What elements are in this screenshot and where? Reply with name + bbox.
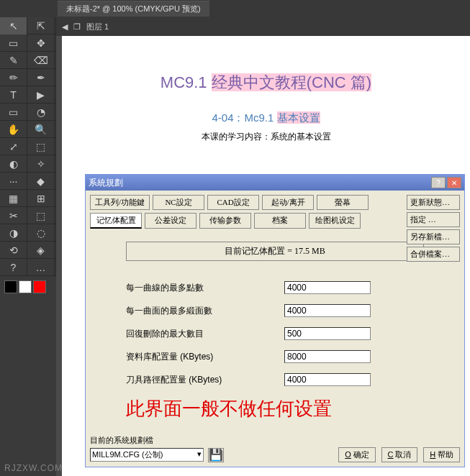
tool-7[interactable]: ✒ — [27, 69, 55, 86]
tab-螢幕[interactable]: 螢幕 — [317, 195, 369, 210]
tool-10[interactable]: ▭ — [0, 104, 27, 121]
tool-14[interactable]: ⤢ — [0, 138, 27, 155]
tool-12[interactable]: ✋ — [0, 121, 27, 138]
tab-工具列/功能鍵[interactable]: 工具列/功能鍵 — [90, 195, 150, 210]
side-button[interactable]: 指定 … — [407, 212, 460, 227]
page-subtitle: 4-04：Mc9.1 基本设置 — [62, 111, 470, 125]
save-icon[interactable]: 💾 — [208, 448, 224, 462]
tool-2[interactable]: ▭ — [0, 35, 27, 52]
swatch-red[interactable] — [33, 280, 46, 293]
tool-28[interactable]: ? — [0, 259, 27, 276]
tab-起动/离开[interactable]: 起动/离开 — [262, 195, 314, 210]
tool-25[interactable]: ◌ — [27, 224, 55, 242]
tools-panel: ↖⇱▭✥✎⌫✏✒T▶▭◔✋🔍⤢⬚◐✧···◆▦⊞✂⬚◑◌⟲◈?… — [0, 17, 56, 476]
chevron-down-icon: ▾ — [197, 449, 202, 460]
field-label: 刀具路徑配置量 (KBytes) — [126, 374, 284, 386]
tool-3[interactable]: ✥ — [27, 35, 55, 52]
tool-24[interactable]: ◑ — [0, 224, 27, 242]
tool-19[interactable]: ◆ — [27, 173, 55, 190]
help-button[interactable]: H 帮助 — [423, 447, 460, 462]
tool-17[interactable]: ✧ — [27, 155, 55, 173]
tool-5[interactable]: ⌫ — [27, 52, 55, 69]
field-label: 回復刪除的最大數目 — [126, 328, 284, 340]
tool-23[interactable]: ⬚ — [27, 207, 55, 224]
fields-group: 每一曲線的最多點數每一曲面的最多緞面數回復刪除的最大數目资料库配置量 (KByt… — [126, 281, 446, 386]
tab-group: 工具列/功能鍵NC設定CAD設定起动/离开螢幕记忆体配置公差设定传输参数档案绘图… — [90, 195, 385, 229]
tab-CAD設定[interactable]: CAD設定 — [207, 195, 259, 210]
color-swatches — [0, 276, 56, 298]
field-input[interactable] — [284, 327, 371, 340]
tab-NC設定[interactable]: NC設定 — [153, 195, 204, 210]
tab-记忆体配置[interactable]: 记忆体配置 — [90, 213, 142, 229]
layers-bar: ◀ ❐ 图层 1 — [56, 17, 470, 36]
tool-11[interactable]: ◔ — [27, 104, 55, 121]
cancel-button[interactable]: C 取消 — [381, 447, 418, 462]
tool-29[interactable]: … — [27, 259, 55, 276]
document-tab[interactable]: 未标题-2* @ 100% (CMYK/GPU 预览) — [58, 1, 209, 17]
swatch-white[interactable] — [19, 280, 32, 293]
ok-button[interactable]: O 确定 — [338, 447, 375, 462]
chevron-left-icon[interactable]: ◀ — [62, 22, 68, 32]
tool-16[interactable]: ◐ — [0, 155, 27, 173]
swatch-black[interactable] — [4, 280, 17, 293]
tab-绘图机设定[interactable]: 绘图机设定 — [309, 213, 361, 229]
field-label: 资料库配置量 (KBytes) — [126, 351, 284, 363]
help-icon[interactable]: ? — [431, 177, 446, 188]
tool-8[interactable]: T — [0, 86, 27, 104]
tool-9[interactable]: ▶ — [27, 86, 55, 104]
warning-note: 此界面一般不做任何设置 — [126, 396, 460, 421]
watermark: RJZXW.COM — [4, 463, 63, 473]
dialog-titlebar[interactable]: 系統規劃 ? ✕ — [86, 175, 464, 191]
field-label: 每一曲線的最多點數 — [126, 282, 284, 294]
tool-21[interactable]: ⊞ — [27, 190, 55, 207]
page-description: 本课的学习内容：系统的基本设置 — [62, 131, 470, 143]
document-canvas: MC9.1 经典中文教程(CNC 篇) 4-04：Mc9.1 基本设置 本课的学… — [62, 36, 470, 476]
tool-4[interactable]: ✎ — [0, 52, 27, 69]
side-button-group: 更新狀態…指定 …另存新檔…合併檔案… — [407, 195, 460, 262]
tool-15[interactable]: ⬚ — [27, 138, 55, 155]
close-icon[interactable]: ✕ — [447, 177, 461, 188]
layers-icon[interactable]: ❐ — [73, 22, 81, 32]
tool-0[interactable]: ↖ — [0, 17, 27, 35]
tab-公差设定[interactable]: 公差设定 — [145, 213, 196, 229]
side-button[interactable]: 更新狀態… — [407, 195, 460, 210]
layers-label: 图层 1 — [86, 22, 109, 32]
footer-label: 目前的系統規劃檔 — [90, 435, 460, 446]
tool-26[interactable]: ⟲ — [0, 242, 27, 259]
page-title: MC9.1 经典中文教程(CNC 篇) — [62, 72, 470, 93]
field-input[interactable] — [284, 304, 371, 317]
memory-status: 目前记忆体配置 = 17.5 MB — [126, 242, 424, 261]
tool-6[interactable]: ✏ — [0, 69, 27, 86]
dialog-title-text: 系統規劃 — [89, 177, 123, 189]
field-label: 每一曲面的最多緞面數 — [126, 305, 284, 317]
side-button[interactable]: 另存新檔… — [407, 229, 460, 244]
tool-1[interactable]: ⇱ — [27, 17, 55, 35]
tab-传输参数[interactable]: 传输参数 — [199, 213, 251, 229]
field-input[interactable] — [284, 373, 371, 386]
side-button[interactable]: 合併檔案… — [407, 247, 460, 262]
tool-18[interactable]: ··· — [0, 173, 27, 190]
system-config-dialog: 系統規劃 ? ✕ 工具列/功能鍵NC設定CAD設定起动/离开螢幕记忆体配置公差设… — [85, 174, 465, 467]
config-file-combo[interactable]: MILL9M.CFG (公制)▾ — [90, 448, 204, 462]
field-input[interactable] — [284, 350, 371, 363]
tab-档案[interactable]: 档案 — [254, 213, 306, 229]
field-input[interactable] — [284, 281, 371, 294]
tool-20[interactable]: ▦ — [0, 190, 27, 207]
tool-13[interactable]: 🔍 — [27, 121, 55, 138]
tool-22[interactable]: ✂ — [0, 207, 27, 224]
tool-27[interactable]: ◈ — [27, 242, 55, 259]
